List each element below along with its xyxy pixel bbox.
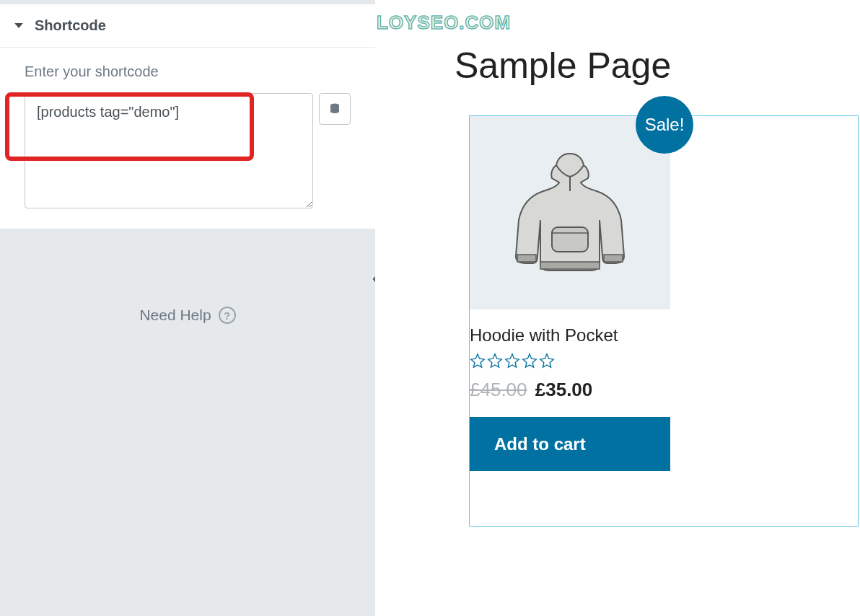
- svg-rect-1: [552, 227, 588, 252]
- add-to-cart-button[interactable]: Add to cart: [470, 417, 670, 471]
- product-grid: Sale! Hoodie with Pocket: [469, 115, 859, 527]
- help-icon: ?: [219, 307, 236, 324]
- need-help-link[interactable]: Need Help ?: [0, 307, 375, 324]
- star-icon: [522, 353, 538, 369]
- section-header[interactable]: Shortcode: [0, 0, 375, 48]
- old-price: £45.00: [470, 379, 527, 400]
- product-name: Hoodie with Pocket: [470, 309, 670, 353]
- star-rating: [470, 353, 670, 379]
- hoodie-icon: [509, 148, 631, 278]
- star-icon: [487, 353, 503, 369]
- editor-sidebar: Shortcode Enter your shortcode [products…: [0, 0, 375, 616]
- shortcode-field-label: Enter your shortcode: [25, 63, 351, 80]
- svg-rect-4: [517, 255, 536, 262]
- svg-rect-5: [604, 255, 623, 262]
- watermark-text: LOYSEO.COM: [377, 12, 511, 34]
- database-icon: [328, 102, 341, 115]
- current-price: £35.00: [535, 379, 593, 400]
- dynamic-tags-button[interactable]: [319, 93, 351, 125]
- section-title: Shortcode: [35, 17, 106, 34]
- preview-panel: LOYSEO.COM Sample Page Sale! Hoodie with…: [375, 0, 860, 616]
- panel-body: Enter your shortcode [products tag="demo…: [0, 48, 375, 229]
- price-row: £45.00 £35.00: [470, 379, 670, 417]
- svg-rect-3: [540, 262, 600, 269]
- input-row: [products tag="demo"]: [25, 93, 351, 208]
- shortcode-input[interactable]: [products tag="demo"]: [25, 93, 313, 208]
- panel-spacer: [0, 229, 375, 604]
- product-card[interactable]: Sale! Hoodie with Pocket: [470, 116, 670, 471]
- need-help-label: Need Help: [139, 307, 211, 324]
- caret-down-icon: [14, 23, 23, 28]
- star-icon: [539, 353, 555, 369]
- star-icon: [504, 353, 520, 369]
- star-icon: [470, 353, 486, 369]
- product-image: Sale!: [470, 116, 670, 309]
- sale-badge: Sale!: [636, 96, 693, 154]
